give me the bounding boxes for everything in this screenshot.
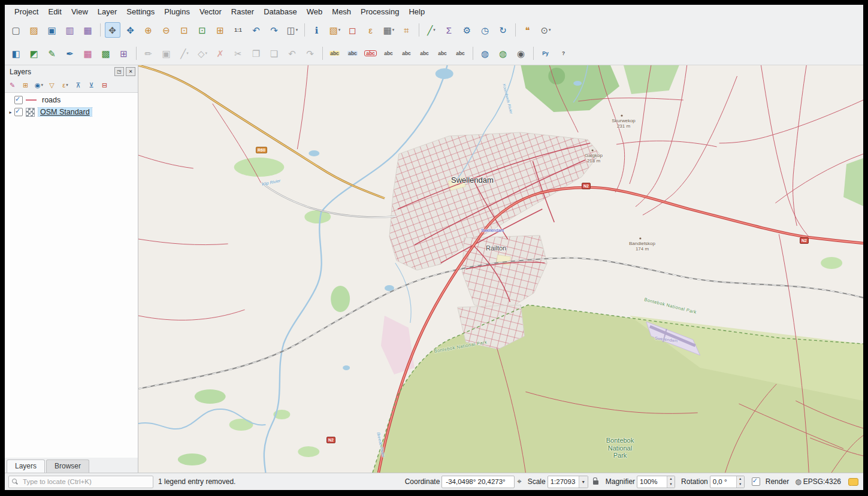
labeling-options-button[interactable]: abc	[327, 46, 343, 61]
coordinate-input[interactable]	[444, 477, 512, 486]
coordinate-display[interactable]	[441, 476, 515, 488]
toolbar-separator[interactable]	[473, 47, 473, 60]
new-mesh-layer-button[interactable]: ▩	[98, 46, 114, 61]
zoom-full-button[interactable]: ⊡	[177, 22, 192, 38]
measure-button[interactable]: ╱▾	[424, 22, 439, 38]
python-console-button[interactable]: Py	[538, 46, 554, 61]
toolbar-separator[interactable]	[322, 47, 323, 60]
zoom-out-button[interactable]: ⊖	[159, 22, 174, 38]
menu-project[interactable]: Project	[10, 6, 43, 17]
scale-lock-icon[interactable]	[593, 480, 598, 485]
undo-button[interactable]: ↶	[285, 46, 300, 61]
field-calculator-button[interactable]: ⌗	[399, 22, 415, 38]
highlight-pinned-labels-button[interactable]: abc	[399, 46, 415, 61]
magnifier-spinbox[interactable]: 100% ▲▼	[637, 476, 675, 488]
identify-features-button[interactable]: ℹ	[309, 22, 325, 38]
collapse-all-button[interactable]: ⊻	[86, 79, 98, 91]
menu-edit[interactable]: Edit	[43, 6, 66, 17]
spin-up-icon[interactable]: ▲	[737, 476, 744, 482]
toolbar-separator[interactable]	[419, 23, 419, 37]
new-temporary-scratch-layer-button[interactable]: ▦	[80, 46, 96, 61]
menu-help[interactable]: Help	[404, 6, 430, 17]
toolbar-separator[interactable]	[100, 23, 101, 37]
show-layout-manager-button[interactable]: ▦	[80, 22, 96, 38]
metasearch-button[interactable]: ◍	[477, 46, 493, 61]
menu-view[interactable]: View	[66, 6, 93, 17]
save-project-button[interactable]: ▣	[44, 22, 60, 38]
menu-raster[interactable]: Raster	[226, 6, 259, 17]
select-features-button[interactable]: ▧▾	[327, 22, 343, 38]
locate-search-box[interactable]	[8, 476, 153, 488]
locate-input[interactable]	[22, 477, 150, 486]
spin-down-icon[interactable]: ▼	[667, 482, 675, 488]
add-group-button[interactable]: ⊞	[20, 79, 32, 91]
zoom-last-button[interactable]: ↶	[249, 22, 264, 38]
render-checkbox[interactable]	[752, 477, 760, 486]
new-spatialite-layer-button[interactable]: ✒	[62, 46, 78, 61]
geocoder-globe-button[interactable]: ◍	[495, 46, 511, 61]
delete-selected-button[interactable]: ✗	[213, 46, 228, 61]
map-tips-button[interactable]: ❝	[520, 22, 536, 38]
new-print-layout-button[interactable]: ▥	[62, 22, 78, 38]
select-by-expression-button[interactable]: ε	[363, 22, 379, 38]
toolbar-separator[interactable]	[533, 47, 534, 60]
chevron-down-icon[interactable]: ▼	[579, 476, 588, 488]
pan-map-button[interactable]: ✥	[105, 22, 120, 38]
zoom-native-resolution-button[interactable]: 1:1	[231, 22, 246, 38]
new-project-button[interactable]: ▢	[8, 22, 24, 38]
menu-settings[interactable]: Settings	[122, 6, 159, 17]
paste-features-button[interactable]: ❏	[267, 46, 282, 61]
menu-layer[interactable]: Layer	[93, 6, 122, 17]
zoom-to-selection-button[interactable]: ⊡	[195, 22, 210, 38]
zoom-to-layer-button[interactable]: ⊞	[213, 22, 228, 38]
change-label-button[interactable]: abc	[453, 46, 468, 61]
menu-vector[interactable]: Vector	[195, 6, 226, 17]
toggle-editing-button[interactable]: ✏	[141, 46, 156, 61]
new-geopackage-layer-button[interactable]: ◩	[26, 46, 42, 61]
tab-browser[interactable]: Browser	[46, 459, 89, 473]
open-project-button[interactable]: ▨	[26, 22, 42, 38]
menu-mesh[interactable]: Mesh	[327, 6, 356, 17]
processing-toolbox-button[interactable]: ⚙	[459, 22, 475, 38]
layer-item-roads[interactable]: roads	[5, 94, 138, 106]
panel-float-icon[interactable]: ◳	[114, 67, 124, 76]
panel-close-icon[interactable]: ✕	[126, 67, 135, 76]
diagram-options-button[interactable]: abc	[345, 46, 361, 61]
deselect-features-button[interactable]: ◻	[345, 22, 361, 38]
layer-item-osm-standard[interactable]: ▸ OSM Standard	[5, 106, 138, 118]
menu-processing[interactable]: Processing	[356, 6, 404, 17]
digitize-with-curve-button[interactable]: ╱▾	[177, 46, 192, 61]
spin-down-icon[interactable]: ▼	[737, 482, 744, 488]
open-attribute-table-button[interactable]: ▦▾	[381, 22, 397, 38]
new-virtual-layer-button[interactable]: ⊞	[116, 46, 132, 61]
help-button[interactable]: ?	[556, 46, 571, 61]
move-label-button[interactable]: abc	[417, 46, 433, 61]
messages-icon[interactable]	[848, 478, 858, 486]
tab-layers[interactable]: Layers	[7, 459, 45, 473]
remove-layer-button[interactable]: ⊟	[99, 79, 111, 91]
nominatim-search-button[interactable]: ⊙▾	[538, 22, 554, 38]
crs-globe-icon[interactable]: ◍	[795, 477, 801, 486]
filter-legend-button[interactable]: ▽	[46, 79, 58, 91]
map-canvas[interactable]: Swellendam Railton Skurwekop 231 m Galgk…	[138, 65, 863, 473]
vertex-tool-button[interactable]: ◇▾	[195, 46, 210, 61]
cut-features-button[interactable]: ✂	[231, 46, 246, 61]
extents-toggle-icon[interactable]: ⌖	[517, 477, 521, 486]
menu-database[interactable]: Database	[259, 6, 302, 17]
unplaced-labels-button[interactable]: abc	[363, 46, 379, 61]
new-shapefile-layer-button[interactable]: ✎	[44, 46, 60, 61]
pan-to-selection-button[interactable]: ✥	[123, 22, 138, 38]
menu-web[interactable]: Web	[302, 6, 328, 17]
new-map-view-button[interactable]: ◫▾	[285, 22, 300, 38]
zoom-next-button[interactable]: ↷	[267, 22, 282, 38]
pin-labels-button[interactable]: abc	[381, 46, 397, 61]
expand-all-button[interactable]: ⊼	[72, 79, 84, 91]
redo-button[interactable]: ↷	[303, 46, 318, 61]
data-source-manager-button[interactable]: ◧	[8, 46, 24, 61]
manage-map-themes-button[interactable]: ◉▾	[33, 79, 45, 91]
search-layers-button[interactable]: ◉	[513, 46, 529, 61]
filter-by-expression-button[interactable]: ε▾	[59, 79, 71, 91]
scale-combo[interactable]: 1:27093 ▼	[548, 476, 588, 488]
rotate-label-button[interactable]: abc	[435, 46, 450, 61]
toolbar-separator[interactable]	[136, 47, 137, 60]
